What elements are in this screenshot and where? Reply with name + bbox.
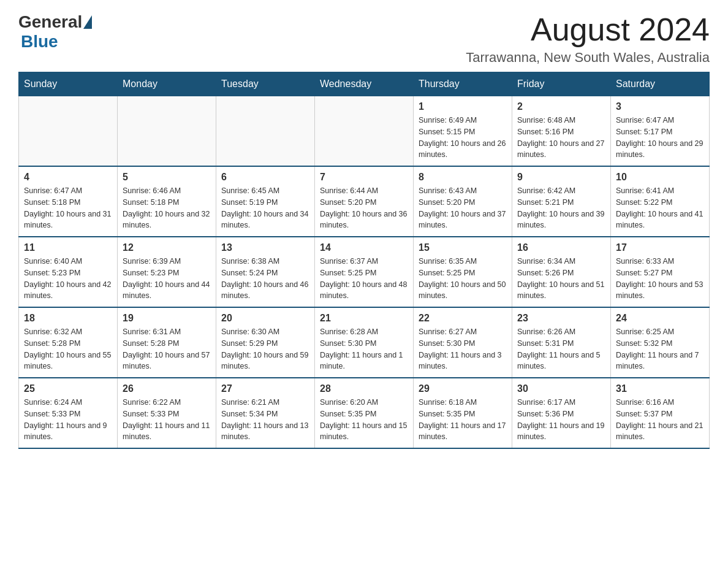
day-info: Sunrise: 6:30 AMSunset: 5:29 PMDaylight:… bbox=[221, 326, 309, 372]
day-number: 10 bbox=[616, 172, 704, 183]
calendar-table: SundayMondayTuesdayWednesdayThursdayFrid… bbox=[18, 72, 710, 449]
day-info: Sunrise: 6:32 AMSunset: 5:28 PMDaylight:… bbox=[24, 326, 112, 372]
logo: General Blue bbox=[18, 12, 93, 52]
location-text: Tarrawanna, New South Wales, Australia bbox=[466, 50, 710, 66]
day-info: Sunrise: 6:49 AMSunset: 5:15 PMDaylight:… bbox=[419, 115, 507, 161]
day-info: Sunrise: 6:34 AMSunset: 5:26 PMDaylight:… bbox=[517, 256, 605, 302]
day-info: Sunrise: 6:39 AMSunset: 5:23 PMDaylight:… bbox=[123, 256, 211, 302]
day-number: 3 bbox=[616, 101, 704, 112]
day-info: Sunrise: 6:38 AMSunset: 5:24 PMDaylight:… bbox=[221, 256, 309, 302]
day-number: 4 bbox=[24, 172, 112, 183]
calendar-week-4: 18Sunrise: 6:32 AMSunset: 5:28 PMDayligh… bbox=[19, 307, 710, 378]
day-info: Sunrise: 6:35 AMSunset: 5:25 PMDaylight:… bbox=[419, 256, 507, 302]
calendar-cell: 7Sunrise: 6:44 AMSunset: 5:20 PMDaylight… bbox=[315, 166, 414, 237]
calendar-cell: 21Sunrise: 6:28 AMSunset: 5:30 PMDayligh… bbox=[315, 307, 414, 378]
day-info: Sunrise: 6:48 AMSunset: 5:16 PMDaylight:… bbox=[517, 115, 605, 161]
day-number: 22 bbox=[419, 313, 507, 324]
calendar-header-saturday: Saturday bbox=[611, 72, 710, 96]
calendar-cell: 9Sunrise: 6:42 AMSunset: 5:21 PMDaylight… bbox=[512, 166, 611, 237]
day-number: 30 bbox=[517, 383, 605, 394]
day-info: Sunrise: 6:44 AMSunset: 5:20 PMDaylight:… bbox=[320, 185, 408, 231]
calendar-cell: 5Sunrise: 6:46 AMSunset: 5:18 PMDaylight… bbox=[118, 166, 216, 237]
calendar-cell: 11Sunrise: 6:40 AMSunset: 5:23 PMDayligh… bbox=[19, 237, 118, 307]
day-info: Sunrise: 6:43 AMSunset: 5:20 PMDaylight:… bbox=[419, 185, 507, 231]
calendar-cell bbox=[19, 96, 118, 167]
calendar-cell: 17Sunrise: 6:33 AMSunset: 5:27 PMDayligh… bbox=[611, 237, 710, 307]
calendar-header-sunday: Sunday bbox=[19, 72, 118, 96]
month-title: August 2024 bbox=[466, 12, 710, 47]
calendar-cell bbox=[315, 96, 414, 167]
day-info: Sunrise: 6:41 AMSunset: 5:22 PMDaylight:… bbox=[616, 185, 704, 231]
calendar-cell: 10Sunrise: 6:41 AMSunset: 5:22 PMDayligh… bbox=[611, 166, 710, 237]
calendar-cell: 13Sunrise: 6:38 AMSunset: 5:24 PMDayligh… bbox=[216, 237, 315, 307]
day-number: 24 bbox=[616, 313, 704, 324]
day-info: Sunrise: 6:17 AMSunset: 5:36 PMDaylight:… bbox=[517, 397, 605, 443]
day-number: 27 bbox=[221, 383, 309, 394]
calendar-cell: 26Sunrise: 6:22 AMSunset: 5:33 PMDayligh… bbox=[118, 378, 216, 448]
calendar-header-tuesday: Tuesday bbox=[216, 72, 315, 96]
day-number: 18 bbox=[24, 313, 112, 324]
day-info: Sunrise: 6:22 AMSunset: 5:33 PMDaylight:… bbox=[123, 397, 211, 443]
calendar-cell: 23Sunrise: 6:26 AMSunset: 5:31 PMDayligh… bbox=[512, 307, 611, 378]
day-number: 6 bbox=[221, 172, 309, 183]
calendar-cell: 6Sunrise: 6:45 AMSunset: 5:19 PMDaylight… bbox=[216, 166, 315, 237]
calendar-cell: 16Sunrise: 6:34 AMSunset: 5:26 PMDayligh… bbox=[512, 237, 611, 307]
page-header: General Blue August 2024 Tarrawanna, New… bbox=[18, 12, 710, 66]
calendar-cell: 18Sunrise: 6:32 AMSunset: 5:28 PMDayligh… bbox=[19, 307, 118, 378]
calendar-cell: 4Sunrise: 6:47 AMSunset: 5:18 PMDaylight… bbox=[19, 166, 118, 237]
day-info: Sunrise: 6:16 AMSunset: 5:37 PMDaylight:… bbox=[616, 397, 704, 443]
calendar-cell: 12Sunrise: 6:39 AMSunset: 5:23 PMDayligh… bbox=[118, 237, 216, 307]
calendar-cell: 20Sunrise: 6:30 AMSunset: 5:29 PMDayligh… bbox=[216, 307, 315, 378]
day-number: 14 bbox=[320, 242, 408, 253]
day-number: 2 bbox=[517, 101, 605, 112]
day-number: 20 bbox=[221, 313, 309, 324]
day-info: Sunrise: 6:26 AMSunset: 5:31 PMDaylight:… bbox=[517, 326, 605, 372]
calendar-cell: 28Sunrise: 6:20 AMSunset: 5:35 PMDayligh… bbox=[315, 378, 414, 448]
day-info: Sunrise: 6:28 AMSunset: 5:30 PMDaylight:… bbox=[320, 326, 408, 372]
day-number: 11 bbox=[24, 242, 112, 253]
calendar-header-thursday: Thursday bbox=[414, 72, 512, 96]
day-number: 15 bbox=[419, 242, 507, 253]
calendar-week-2: 4Sunrise: 6:47 AMSunset: 5:18 PMDaylight… bbox=[19, 166, 710, 237]
calendar-week-1: 1Sunrise: 6:49 AMSunset: 5:15 PMDaylight… bbox=[19, 96, 710, 167]
day-info: Sunrise: 6:27 AMSunset: 5:30 PMDaylight:… bbox=[419, 326, 507, 372]
day-info: Sunrise: 6:25 AMSunset: 5:32 PMDaylight:… bbox=[616, 326, 704, 372]
calendar-cell: 15Sunrise: 6:35 AMSunset: 5:25 PMDayligh… bbox=[414, 237, 512, 307]
calendar-cell: 1Sunrise: 6:49 AMSunset: 5:15 PMDaylight… bbox=[414, 96, 512, 167]
calendar-cell: 27Sunrise: 6:21 AMSunset: 5:34 PMDayligh… bbox=[216, 378, 315, 448]
day-info: Sunrise: 6:40 AMSunset: 5:23 PMDaylight:… bbox=[24, 256, 112, 302]
title-block: August 2024 Tarrawanna, New South Wales,… bbox=[466, 12, 710, 66]
day-number: 26 bbox=[123, 383, 211, 394]
calendar-cell: 30Sunrise: 6:17 AMSunset: 5:36 PMDayligh… bbox=[512, 378, 611, 448]
calendar-week-3: 11Sunrise: 6:40 AMSunset: 5:23 PMDayligh… bbox=[19, 237, 710, 307]
calendar-cell bbox=[118, 96, 216, 167]
calendar-cell: 2Sunrise: 6:48 AMSunset: 5:16 PMDaylight… bbox=[512, 96, 611, 167]
day-info: Sunrise: 6:20 AMSunset: 5:35 PMDaylight:… bbox=[320, 397, 408, 443]
calendar-cell: 14Sunrise: 6:37 AMSunset: 5:25 PMDayligh… bbox=[315, 237, 414, 307]
logo-blue-text: Blue bbox=[21, 32, 58, 51]
day-number: 7 bbox=[320, 172, 408, 183]
calendar-cell: 31Sunrise: 6:16 AMSunset: 5:37 PMDayligh… bbox=[611, 378, 710, 448]
calendar-week-5: 25Sunrise: 6:24 AMSunset: 5:33 PMDayligh… bbox=[19, 378, 710, 448]
day-number: 9 bbox=[517, 172, 605, 183]
day-number: 28 bbox=[320, 383, 408, 394]
calendar-cell: 25Sunrise: 6:24 AMSunset: 5:33 PMDayligh… bbox=[19, 378, 118, 448]
logo-triangle-icon bbox=[83, 15, 92, 29]
day-number: 19 bbox=[123, 313, 211, 324]
calendar-cell: 24Sunrise: 6:25 AMSunset: 5:32 PMDayligh… bbox=[611, 307, 710, 378]
day-number: 1 bbox=[419, 101, 507, 112]
day-number: 23 bbox=[517, 313, 605, 324]
day-info: Sunrise: 6:24 AMSunset: 5:33 PMDaylight:… bbox=[24, 397, 112, 443]
day-info: Sunrise: 6:42 AMSunset: 5:21 PMDaylight:… bbox=[517, 185, 605, 231]
calendar-header-wednesday: Wednesday bbox=[315, 72, 414, 96]
day-number: 13 bbox=[221, 242, 309, 253]
day-number: 16 bbox=[517, 242, 605, 253]
calendar-cell bbox=[216, 96, 315, 167]
day-number: 12 bbox=[123, 242, 211, 253]
day-number: 17 bbox=[616, 242, 704, 253]
calendar-cell: 29Sunrise: 6:18 AMSunset: 5:35 PMDayligh… bbox=[414, 378, 512, 448]
day-info: Sunrise: 6:18 AMSunset: 5:35 PMDaylight:… bbox=[419, 397, 507, 443]
calendar-cell: 19Sunrise: 6:31 AMSunset: 5:28 PMDayligh… bbox=[118, 307, 216, 378]
calendar-cell: 22Sunrise: 6:27 AMSunset: 5:30 PMDayligh… bbox=[414, 307, 512, 378]
day-info: Sunrise: 6:33 AMSunset: 5:27 PMDaylight:… bbox=[616, 256, 704, 302]
